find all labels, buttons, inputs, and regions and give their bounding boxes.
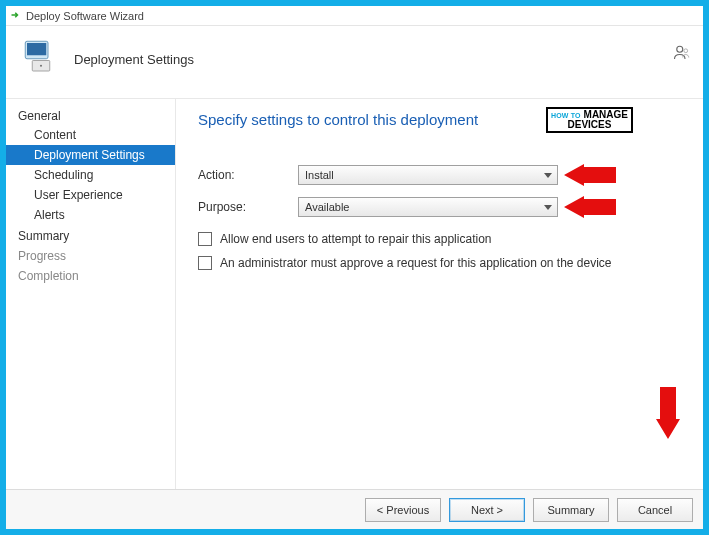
nav-item-user-experience[interactable]: User Experience <box>6 185 175 205</box>
watermark-badge: HOW TO MANAGE DEVICES <box>546 107 633 133</box>
app-icon <box>10 9 22 23</box>
nav-group-completion: Completion <box>6 265 175 285</box>
svg-point-5 <box>684 49 688 53</box>
titlebar: Deploy Software Wizard <box>6 6 703 26</box>
checkbox-approve-label: An administrator must approve a request … <box>220 256 612 270</box>
sidebar: General Content Deployment Settings Sche… <box>6 99 176 489</box>
purpose-select[interactable]: Available <box>298 197 558 217</box>
purpose-label: Purpose: <box>198 200 298 214</box>
watermark-bottom: DEVICES <box>568 119 612 130</box>
nav-item-scheduling[interactable]: Scheduling <box>6 165 175 185</box>
action-label: Action: <box>198 168 298 182</box>
nav-item-deployment-settings[interactable]: Deployment Settings <box>6 145 175 165</box>
body: General Content Deployment Settings Sche… <box>6 99 703 489</box>
summary-button[interactable]: Summary <box>533 498 609 522</box>
next-button[interactable]: Next > <box>449 498 525 522</box>
nav-item-content[interactable]: Content <box>6 125 175 145</box>
deployment-computer-icon <box>20 36 62 82</box>
nav-item-alerts[interactable]: Alerts <box>6 205 175 225</box>
checkbox-approve[interactable] <box>198 256 212 270</box>
user-icon <box>673 44 691 66</box>
annotation-arrow-next <box>656 387 680 439</box>
window-title: Deploy Software Wizard <box>26 10 144 22</box>
svg-point-4 <box>677 46 683 52</box>
svg-point-3 <box>40 65 42 67</box>
header: Deployment Settings <box>6 26 703 99</box>
checkbox-approve-row: An administrator must approve a request … <box>198 256 681 270</box>
annotation-arrow-purpose <box>564 196 616 218</box>
content-pane: HOW TO MANAGE DEVICES Specify settings t… <box>176 99 703 489</box>
header-title: Deployment Settings <box>74 52 194 67</box>
checkbox-repair-row: Allow end users to attempt to repair thi… <box>198 232 681 246</box>
wizard-window: Deploy Software Wizard Deployment Settin… <box>6 6 703 529</box>
checkbox-repair-label: Allow end users to attempt to repair thi… <box>220 232 491 246</box>
action-row: Action: Install <box>198 164 681 186</box>
annotation-arrow-action <box>564 164 616 186</box>
footer: < Previous Next > Summary Cancel <box>6 489 703 529</box>
nav-group-progress: Progress <box>6 245 175 265</box>
nav-group-summary[interactable]: Summary <box>6 225 175 245</box>
action-select[interactable]: Install <box>298 165 558 185</box>
previous-button[interactable]: < Previous <box>365 498 441 522</box>
svg-rect-1 <box>27 43 46 55</box>
action-value: Install <box>305 169 334 181</box>
purpose-value: Available <box>305 201 349 213</box>
watermark-sub: HOW TO <box>551 112 581 119</box>
purpose-row: Purpose: Available <box>198 196 681 218</box>
checkbox-repair[interactable] <box>198 232 212 246</box>
nav-group-general[interactable]: General <box>6 105 175 125</box>
cancel-button[interactable]: Cancel <box>617 498 693 522</box>
